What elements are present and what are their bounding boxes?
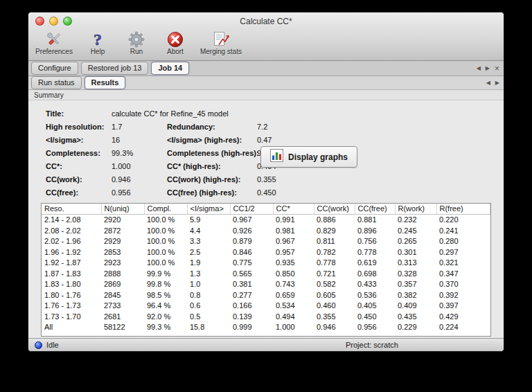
table-cell: 2.08 - 2.02	[42, 226, 101, 237]
tab-strip-nav: ◀ ▶ ×	[477, 61, 499, 75]
table-cell: 0.967	[230, 215, 273, 226]
tab-restored-job-13[interactable]: Restored job 13	[81, 62, 149, 75]
table-cell: All	[42, 322, 101, 333]
tab-close-icon[interactable]: ×	[495, 64, 499, 73]
zoom-button[interactable]	[63, 17, 72, 26]
column-header[interactable]: N(uniq)	[101, 204, 144, 215]
summary-value: 0.956	[112, 186, 167, 199]
table-cell: 0.321	[436, 258, 490, 269]
summary-label: <I/sigma>:	[46, 134, 112, 147]
table-cell: 0.778	[314, 258, 355, 269]
table-cell: 0.370	[436, 279, 490, 290]
run-gear-icon	[127, 30, 145, 48]
table-cell: 0.991	[273, 215, 314, 226]
toolbar-item-label: Preferences	[35, 48, 73, 55]
column-header[interactable]: Reso.	[42, 204, 101, 215]
tab-configure[interactable]: Configure	[31, 62, 78, 75]
table-cell: 0.565	[230, 269, 273, 280]
table-cell: 0.582	[314, 279, 355, 290]
subtab-run-status[interactable]: Run status	[31, 76, 82, 89]
help-button[interactable]: ? Help	[84, 30, 112, 55]
summary-label: CC(work) (high-res):	[167, 173, 257, 186]
table-cell: 3.3	[187, 236, 230, 247]
stats-table-container: Reso.N(uniq)Compl.<I/sigma>CC1/2CC*CC(wo…	[41, 203, 491, 337]
summary-label: Completeness (high-res):	[167, 147, 257, 160]
table-cell: 0.698	[355, 269, 395, 280]
table-row[interactable]: 1.83 - 1.80286999.8 %1.00.3810.7430.5820…	[42, 279, 490, 290]
table-cell: 0.967	[273, 236, 314, 247]
toolbar: Preferences ? Help	[28, 30, 504, 60]
table-cell: 0.405	[355, 301, 395, 312]
column-header[interactable]: <I/sigma>	[187, 204, 230, 215]
column-header[interactable]: Compl.	[144, 204, 187, 215]
column-header[interactable]: R(work)	[395, 204, 436, 215]
help-question-icon: ?	[89, 30, 107, 48]
table-cell: 0.429	[436, 312, 490, 323]
table-cell: 2872	[101, 226, 144, 237]
table-row[interactable]: All5812299.3 %15.80.9991.0000.9460.9560.…	[42, 322, 490, 333]
table-cell: 0.886	[314, 215, 355, 226]
column-header[interactable]: CC(free)	[355, 204, 395, 215]
tab-scroll-right-icon[interactable]: ▶	[486, 66, 490, 71]
table-cell: 1.3	[187, 269, 230, 280]
summary-section-header: Summary	[28, 90, 504, 100]
table-cell: 2733	[101, 301, 144, 312]
tab-job-14[interactable]: Job 14	[151, 62, 189, 75]
table-cell: 0.433	[355, 279, 395, 290]
table-row[interactable]: 1.92 - 1.872923100.0 %1.90.7750.9350.778…	[42, 258, 490, 269]
table-cell: 0.220	[436, 215, 490, 226]
table-cell: 0.280	[436, 236, 490, 247]
table-cell: 0.782	[314, 247, 355, 258]
stats-table-body: 2.14 - 2.082920100.0 %5.90.9670.9910.886…	[42, 215, 490, 333]
table-cell: 2853	[101, 247, 144, 258]
tab-scroll-left-icon[interactable]: ◀	[477, 66, 481, 71]
table-cell: 0.450	[355, 312, 395, 323]
column-header[interactable]: CC1/2	[230, 204, 273, 215]
table-cell: 0.494	[273, 312, 314, 323]
table-row[interactable]: 1.80 - 1.76284598.5 %0.80.2770.6590.6050…	[42, 290, 490, 301]
column-header[interactable]: CC(work)	[314, 204, 355, 215]
toolbar-item-label: Run	[130, 48, 143, 55]
run-button[interactable]: Run	[123, 30, 150, 55]
table-cell: 0.896	[355, 226, 395, 237]
merging-stats-button[interactable]: Merging stats	[200, 30, 242, 55]
summary-value: 0.355	[257, 173, 504, 186]
subtab-scroll-left-icon[interactable]: ◀	[486, 80, 490, 86]
table-cell: 0.956	[355, 322, 395, 333]
abort-button[interactable]: Abort	[161, 30, 189, 55]
display-graphs-button[interactable]: Display graphs	[260, 146, 357, 168]
subtab-strip: Run statusResults ◀ ▶	[28, 76, 504, 90]
table-cell: 0.946	[314, 322, 355, 333]
table-cell: 2869	[101, 279, 144, 290]
table-row[interactable]: 1.76 - 1.73273396.4 %0.60.1660.5340.4600…	[42, 301, 490, 312]
subtab-results[interactable]: Results	[85, 76, 126, 89]
table-cell: 0.619	[355, 258, 395, 269]
table-row[interactable]: 2.08 - 2.022872100.0 %4.40.9260.9810.829…	[42, 226, 490, 237]
table-cell: 1.83 - 1.80	[42, 279, 101, 290]
table-row[interactable]: 2.14 - 2.082920100.0 %5.90.9670.9910.886…	[42, 215, 490, 226]
minimize-button[interactable]	[49, 17, 58, 26]
stats-table-header: Reso.N(uniq)Compl.<I/sigma>CC1/2CC*CC(wo…	[42, 204, 490, 215]
subtab-scroll-right-icon[interactable]: ▶	[495, 80, 499, 86]
table-cell: 1.0	[187, 279, 230, 290]
table-cell: 0.811	[314, 236, 355, 247]
summary-title-row: Title: calculate CC* for Refine_45 model	[46, 107, 504, 121]
table-row[interactable]: 1.96 - 1.922853100.0 %2.50.8460.9570.782…	[42, 247, 490, 258]
table-cell: 2888	[101, 269, 144, 280]
table-cell: 2681	[101, 312, 144, 323]
table-row[interactable]: 2.02 - 1.962929100.0 %3.30.8790.9670.811…	[42, 236, 490, 247]
table-cell: 0.277	[230, 290, 273, 301]
table-cell: 2.5	[187, 247, 230, 258]
table-cell: 2920	[101, 215, 144, 226]
table-cell: 0.850	[273, 269, 314, 280]
table-cell: 2929	[101, 236, 144, 247]
close-button[interactable]	[35, 17, 44, 26]
summary-value: 0.47	[257, 134, 504, 147]
table-row[interactable]: 1.73 - 1.70268192.0 %0.50.1390.4940.3550…	[42, 312, 490, 323]
table-row[interactable]: 1.87 - 1.83288899.9 %1.30.5650.8500.7210…	[42, 269, 490, 280]
abort-x-icon	[166, 30, 184, 48]
summary-label: Completeness:	[46, 147, 112, 160]
column-header[interactable]: R(free)	[436, 204, 490, 215]
column-header[interactable]: CC*	[273, 204, 314, 215]
preferences-button[interactable]: Preferences	[35, 30, 73, 55]
